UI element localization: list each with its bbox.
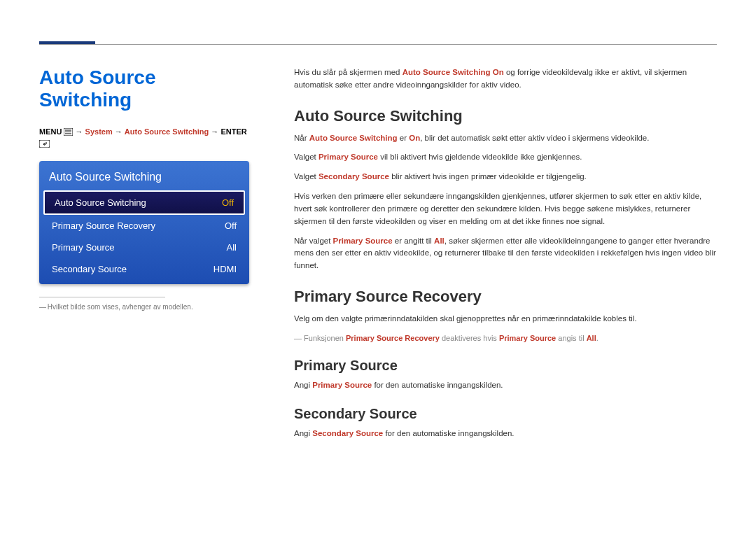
right-column: Hvis du slår på skjermen med Auto Source…	[294, 66, 717, 447]
page-content: Auto Source Switching MENU → System → Au…	[39, 66, 717, 447]
highlight: On	[409, 134, 420, 142]
highlight: Secondary Source	[312, 429, 383, 437]
text: Når valget	[294, 237, 333, 245]
breadcrumb-arrow: →	[211, 127, 218, 136]
osd-item-value: HDMI	[214, 264, 237, 274]
page-title: Auto Source Switching	[39, 66, 249, 111]
text: er angitt til	[393, 237, 434, 245]
osd-item-secondary-source[interactable]: Secondary Source HDMI	[42, 258, 246, 280]
text: Hvis du slår på skjermen med	[294, 68, 402, 76]
osd-item-value: All	[227, 242, 237, 253]
section-heading-primary-source: Primary Source	[294, 358, 717, 374]
section3-p1: Angi Primary Source for den automatiske …	[294, 379, 717, 392]
left-column: Auto Source Switching MENU → System → Au…	[39, 66, 249, 447]
text: Angi	[294, 381, 312, 389]
text: Valget	[294, 172, 318, 181]
text: for den automatiske inngangskilden.	[372, 381, 503, 389]
section1-p2: Valget Primary Source vil bli aktivert h…	[294, 151, 717, 164]
highlight: Primary Source	[312, 381, 372, 389]
osd-panel: Auto Source Switching Auto Source Switch…	[39, 161, 249, 284]
text: deaktiveres hvis	[440, 334, 499, 342]
osd-title: Auto Source Switching	[39, 171, 249, 190]
osd-item-value: Off	[222, 197, 234, 208]
section-heading-auto-source-switching: Auto Source Switching	[294, 107, 717, 125]
enter-icon	[39, 140, 50, 150]
text: Angi	[294, 429, 312, 437]
text: Når	[294, 134, 309, 142]
highlight: Auto Source Switching	[309, 134, 398, 142]
highlight: Primary Source	[318, 153, 378, 161]
section1-p5: Når valget Primary Source er angitt til …	[294, 235, 717, 272]
header-rule	[39, 44, 717, 45]
highlight: All	[434, 237, 444, 245]
text: .	[596, 334, 598, 342]
osd-item-label: Primary Source	[52, 242, 115, 253]
section1-p4: Hvis verken den primære eller sekundære …	[294, 190, 717, 227]
highlight: Primary Source Recovery	[346, 334, 440, 342]
intro-paragraph: Hvis du slår på skjermen med Auto Source…	[294, 66, 717, 92]
osd-item-auto-source-switching[interactable]: Auto Source Switching Off	[43, 190, 245, 215]
section2-p1: Velg om den valgte primærinndatakilden s…	[294, 313, 717, 325]
footnote-text: Hvilket bilde som vises, avhenger av mod…	[48, 303, 193, 311]
section2-note: ― Funksjonen Primary Source Recovery dea…	[294, 332, 717, 344]
breadcrumb-enter: ENTER	[220, 127, 246, 136]
text: er	[398, 134, 410, 142]
highlight: Primary Source	[499, 334, 556, 342]
text: blir aktivert hvis ingen primær videokil…	[389, 172, 587, 181]
osd-item-label: Primary Source Recovery	[52, 220, 155, 231]
text: Valget	[294, 153, 318, 161]
osd-item-primary-source[interactable]: Primary Source All	[42, 237, 246, 258]
section1-p3: Valget Secondary Source blir aktivert hv…	[294, 171, 717, 183]
breadcrumb-menu: MENU	[39, 127, 62, 136]
text: angis til	[556, 334, 586, 342]
section-heading-primary-source-recovery: Primary Source Recovery	[294, 288, 717, 306]
section-heading-secondary-source: Secondary Source	[294, 406, 717, 422]
osd-item-label: Secondary Source	[52, 264, 127, 274]
breadcrumb-system: System	[85, 127, 113, 136]
highlight: Secondary Source	[318, 172, 389, 181]
section4-p1: Angi Secondary Source for den automatisk…	[294, 428, 717, 440]
highlight: Primary Source	[333, 237, 393, 245]
osd-item-primary-source-recovery[interactable]: Primary Source Recovery Off	[42, 215, 246, 237]
breadcrumb-feature: Auto Source Switching	[125, 127, 209, 136]
divider	[39, 297, 165, 297]
osd-item-value: Off	[225, 220, 237, 231]
text: Funksjonen	[304, 334, 346, 342]
footnote: ― Hvilket bilde som vises, avhenger av m…	[39, 303, 249, 311]
menu-icon	[64, 128, 73, 139]
breadcrumb-arrow: →	[76, 127, 83, 136]
highlight: All	[587, 334, 596, 342]
highlight: Auto Source Switching On	[402, 68, 504, 76]
text: vil bli aktivert hvis gjeldende videokil…	[378, 153, 582, 161]
breadcrumb-arrow: →	[115, 127, 122, 136]
section1-p1: Når Auto Source Switching er On, blir de…	[294, 132, 717, 145]
text: , blir det automatisk søkt etter aktiv v…	[420, 134, 649, 142]
osd-item-label: Auto Source Switching	[55, 197, 146, 208]
breadcrumb: MENU → System → Auto Source Switching → …	[39, 127, 249, 151]
text: for den automatiske inngangskilden.	[383, 429, 514, 437]
